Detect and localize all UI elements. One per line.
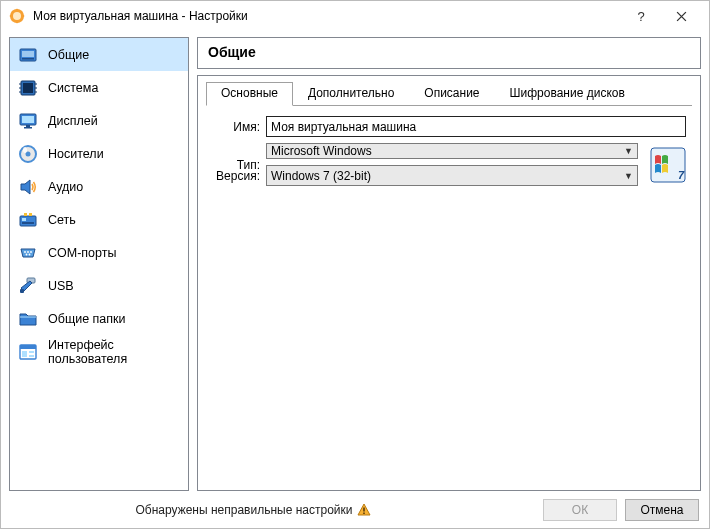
version-label: Версия:: [212, 169, 260, 183]
status-text: Обнаружены неправильные настройки: [135, 503, 352, 517]
type-combobox[interactable]: Microsoft Windows ▼: [266, 143, 638, 159]
svg-rect-31: [24, 213, 27, 216]
help-button[interactable]: ?: [621, 2, 661, 30]
general-icon: [18, 45, 38, 65]
app-icon: [9, 8, 25, 24]
chevron-down-icon: ▼: [624, 146, 633, 156]
svg-rect-12: [22, 58, 34, 60]
sidebar-item-label: Интерфейс пользователя: [48, 338, 180, 366]
svg-rect-23: [26, 125, 30, 127]
svg-point-36: [26, 253, 28, 255]
svg-point-3: [16, 21, 19, 24]
footer-bar: Обнаружены неправильные настройки ОК Отм…: [1, 492, 709, 528]
tab-advanced[interactable]: Дополнительно: [293, 82, 409, 105]
tabs: Основные Дополнительно Описание Шифрован…: [206, 82, 692, 106]
svg-point-35: [30, 251, 32, 253]
sidebar-item-system[interactable]: Система: [10, 71, 188, 104]
cancel-button[interactable]: Отмена: [625, 499, 699, 521]
svg-point-33: [24, 251, 26, 253]
tab-encryption[interactable]: Шифрование дисков: [495, 82, 640, 105]
sidebar-item-general[interactable]: Общие: [10, 38, 188, 71]
sidebar-item-serial[interactable]: COM-порты: [10, 236, 188, 269]
warning-icon: [357, 503, 371, 517]
svg-point-4: [10, 15, 13, 18]
name-label: Имя:: [212, 120, 260, 134]
audio-icon: [18, 177, 38, 197]
sidebar-item-label: USB: [48, 279, 74, 293]
name-input[interactable]: [266, 116, 686, 137]
section-heading-box: Общие: [197, 37, 701, 69]
svg-rect-11: [22, 51, 34, 57]
sidebar-item-label: Носители: [48, 147, 104, 161]
svg-point-37: [29, 253, 31, 255]
svg-rect-14: [23, 83, 33, 93]
svg-rect-47: [363, 508, 365, 512]
svg-point-8: [12, 19, 14, 21]
sidebar-item-label: Дисплей: [48, 114, 98, 128]
svg-rect-44: [29, 355, 34, 357]
chevron-down-icon: ▼: [624, 171, 633, 181]
network-icon: [18, 210, 38, 230]
sidebar-item-ui[interactable]: Интерфейс пользователя: [10, 335, 188, 368]
sidebar-item-label: Система: [48, 81, 98, 95]
serial-port-icon: [18, 243, 38, 263]
sidebar-item-label: COM-порты: [48, 246, 116, 260]
svg-rect-39: [20, 289, 24, 293]
titlebar: Моя виртуальная машина - Настройки ?: [1, 1, 709, 31]
sidebar-item-audio[interactable]: Аудио: [10, 170, 188, 203]
svg-rect-41: [20, 345, 36, 349]
category-sidebar: Общие Система Дисплей Носители Аудио Сет…: [9, 37, 189, 491]
sidebar-item-shared-folders[interactable]: Общие папки: [10, 302, 188, 335]
svg-point-34: [27, 251, 29, 253]
svg-rect-43: [29, 351, 34, 353]
storage-icon: [18, 144, 38, 164]
svg-point-9: [20, 19, 22, 21]
sidebar-item-label: Аудио: [48, 180, 83, 194]
section-heading: Общие: [208, 44, 690, 60]
svg-point-27: [23, 147, 27, 153]
svg-point-6: [12, 11, 14, 13]
sidebar-item-label: Общие: [48, 48, 89, 62]
sidebar-item-network[interactable]: Сеть: [10, 203, 188, 236]
svg-rect-30: [22, 222, 34, 224]
svg-rect-42: [22, 351, 27, 357]
tab-description[interactable]: Описание: [409, 82, 494, 105]
svg-point-5: [22, 15, 25, 18]
os-logo-icon: 7: [650, 147, 686, 183]
shared-folders-icon: [18, 309, 38, 329]
svg-point-1: [13, 12, 21, 20]
svg-text:7: 7: [678, 169, 685, 181]
sidebar-item-usb[interactable]: USB: [10, 269, 188, 302]
sidebar-item-storage[interactable]: Носители: [10, 137, 188, 170]
display-icon: [18, 111, 38, 131]
window-title: Моя виртуальная машина - Настройки: [33, 9, 621, 23]
sidebar-item-display[interactable]: Дисплей: [10, 104, 188, 137]
usb-icon: [18, 276, 38, 296]
svg-point-7: [20, 11, 22, 13]
svg-rect-22: [22, 116, 34, 123]
ui-icon: [18, 342, 38, 362]
svg-rect-32: [29, 213, 32, 216]
svg-point-2: [16, 9, 19, 12]
type-value: Microsoft Windows: [271, 144, 372, 158]
tab-basic[interactable]: Основные: [206, 82, 293, 106]
close-button[interactable]: [661, 2, 701, 30]
svg-rect-29: [22, 218, 26, 221]
status-message: Обнаружены неправильные настройки: [135, 503, 370, 517]
ok-button[interactable]: ОК: [543, 499, 617, 521]
version-value: Windows 7 (32-bit): [271, 169, 371, 183]
svg-rect-48: [363, 513, 365, 515]
content-box: Основные Дополнительно Описание Шифрован…: [197, 75, 701, 491]
svg-rect-24: [24, 127, 32, 129]
sidebar-item-label: Сеть: [48, 213, 76, 227]
sidebar-item-label: Общие папки: [48, 312, 126, 326]
system-icon: [18, 78, 38, 98]
version-combobox[interactable]: Windows 7 (32-bit) ▼: [266, 165, 638, 186]
